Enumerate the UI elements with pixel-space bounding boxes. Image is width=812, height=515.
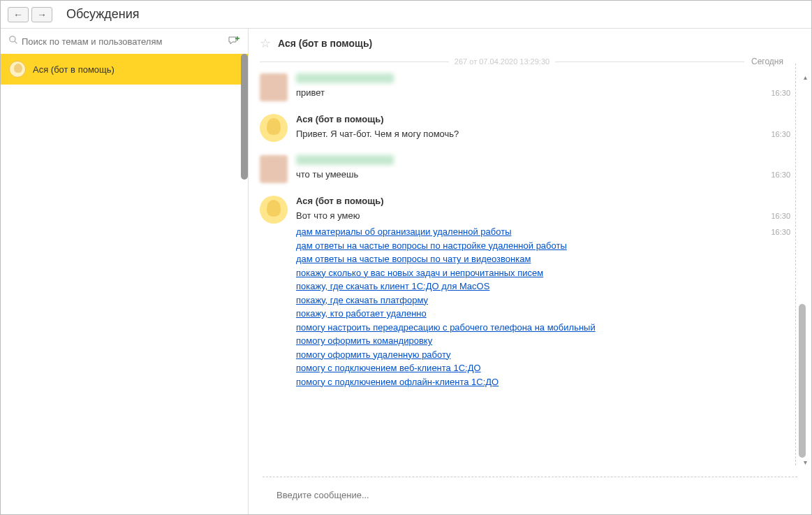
search-input[interactable] [6, 34, 226, 50]
user-avatar [260, 73, 288, 101]
message-block: Ася (бот в помощь) Привет. Я чат-бот. Че… [260, 114, 790, 143]
message-time: 16:30 [771, 171, 790, 179]
message-time: 16:30 [771, 130, 790, 138]
capability-link[interactable]: дам материалы об организации удаленной р… [296, 225, 596, 239]
message-block: что ты умеешь 16:30 [260, 155, 790, 183]
bot-avatar [260, 196, 288, 224]
message-time: 16:30 [771, 89, 790, 97]
search-row [1, 29, 248, 54]
links-time: 16:30 [771, 228, 790, 236]
chat-header: ☆ Ася (бот в помощь) [249, 29, 811, 57]
bot-avatar [260, 114, 288, 142]
app-header: ← → Обсуждения [1, 1, 811, 29]
capability-link[interactable]: покажу, где скачать клиент 1С:ДО для Mac… [296, 280, 596, 293]
sidebar-scrollbar[interactable] [241, 54, 248, 180]
avatar-icon [9, 61, 26, 78]
date-label: Сегодня [744, 57, 790, 66]
search-wrap [6, 34, 226, 50]
faded-meta: 267 от 07.04.2020 13:29:30 [449, 57, 555, 66]
svg-point-0 [10, 36, 15, 42]
capability-links: дам материалы об организации удаленной р… [296, 225, 596, 389]
chat-title: Ася (бот в помощь) [278, 38, 372, 49]
chat-body: 267 от 07.04.2020 13:29:30 Сегодня приве… [249, 57, 811, 477]
svg-line-1 [15, 41, 17, 43]
capability-link[interactable]: дам ответы на частые вопросы по чату и в… [296, 252, 596, 266]
sidebar-item-asya[interactable]: Ася (бот в помощь) [1, 54, 248, 85]
capability-link[interactable]: помогу с подключением веб-клиента 1С:ДО [296, 361, 596, 375]
capability-link[interactable]: покажу, где скачать платформу [296, 293, 596, 307]
capability-link[interactable]: помогу настроить переадресацию с рабочег… [296, 321, 596, 335]
forward-button[interactable]: → [31, 7, 52, 22]
capability-link[interactable]: помогу с подключением офлайн-клиента 1С:… [296, 375, 596, 389]
user-avatar [260, 155, 288, 183]
capability-link[interactable]: дам ответы на частые вопросы по настройк… [296, 239, 596, 253]
right-dashed-border [795, 64, 796, 465]
message-block: Ася (бот в помощь) Вот что я умею 16:30 … [260, 196, 790, 389]
message-time: 16:30 [771, 212, 790, 220]
author-redacted [296, 73, 394, 83]
message-text: Вот что я умею [296, 209, 360, 223]
author-redacted [296, 155, 394, 165]
capability-link[interactable]: покажу сколько у вас новых задач и непро… [296, 266, 596, 280]
message-text: привет [296, 86, 325, 100]
capability-link[interactable]: помогу оформить удаленную работу [296, 348, 596, 362]
message-input-area [263, 477, 797, 514]
message-text: что ты умеешь [296, 168, 358, 182]
chat-pane: ☆ Ася (бот в помощь) 267 от 07.04.2020 1… [249, 29, 811, 514]
scroll-up-icon[interactable]: ▴ [802, 73, 809, 80]
chat-scrollbar[interactable] [799, 304, 806, 458]
page-title: Обсуждения [66, 7, 140, 22]
star-icon[interactable]: ☆ [260, 36, 271, 51]
contact-name: Ася (бот в помощь) [33, 64, 115, 75]
chat-plus-icon [228, 35, 240, 48]
main-area: Ася (бот в помощь) ☆ Ася (бот в помощь) … [1, 29, 811, 514]
search-icon [9, 36, 18, 47]
sidebar: Ася (бот в помощь) [1, 29, 249, 514]
new-chat-button[interactable] [226, 33, 242, 50]
message-author: Ася (бот в помощь) [296, 114, 384, 124]
nav-buttons: ← → [8, 7, 52, 22]
capability-link[interactable]: помогу оформить командировку [296, 334, 596, 348]
back-button[interactable]: ← [8, 7, 29, 22]
capability-link[interactable]: покажу, кто работает удаленно [296, 307, 596, 321]
arrow-left-icon: ← [13, 9, 23, 20]
message-author: Ася (бот в помощь) [296, 196, 384, 206]
arrow-right-icon: → [37, 9, 47, 20]
date-separator: 267 от 07.04.2020 13:29:30 Сегодня [260, 57, 790, 66]
message-text: Привет. Я чат-бот. Чем я могу помочь? [296, 127, 459, 141]
message-block: привет 16:30 [260, 73, 790, 101]
scroll-down-icon[interactable]: ▾ [802, 458, 809, 465]
chat-scroll-track: ▴ ▾ [802, 73, 809, 465]
message-input[interactable] [274, 487, 786, 503]
